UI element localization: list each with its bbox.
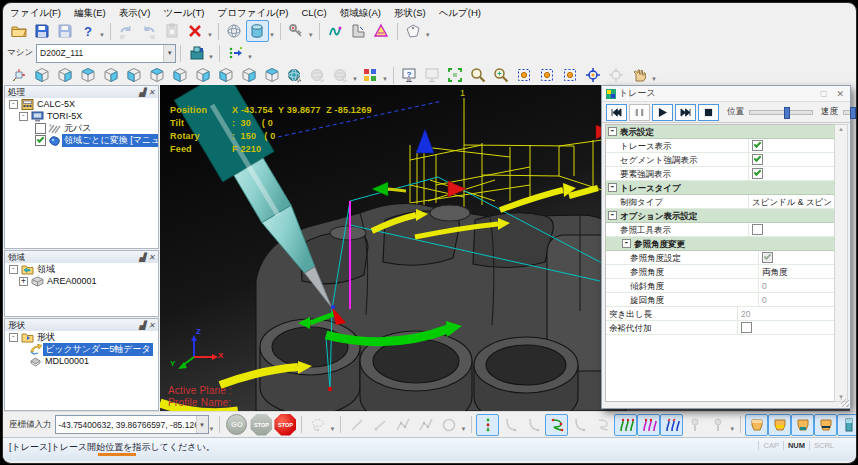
tool-dark-icon[interactable] (814, 414, 837, 436)
menu-help[interactable]: ヘルプ(H) (439, 7, 481, 20)
close-icon[interactable]: ✕ (148, 253, 155, 262)
machine-combo[interactable]: D200Z_111 ▼ (36, 44, 176, 63)
tool-cylinder-icon[interactable] (837, 414, 857, 436)
monitor-help-icon[interactable]: ? (398, 64, 421, 86)
wireframe-view-icon[interactable] (223, 20, 246, 42)
overflow-arrow-icon[interactable]: ▼ (729, 426, 735, 432)
render-palette-icon[interactable] (359, 64, 382, 86)
checkbox[interactable] (35, 123, 46, 134)
pin-icon[interactable]: ▟ (139, 321, 145, 330)
rotate-view-gray-icon[interactable] (306, 64, 329, 86)
spring-path-icon[interactable] (324, 20, 347, 42)
shaded-view-icon[interactable] (246, 20, 269, 42)
chevron-down-icon[interactable]: ▼ (196, 416, 208, 433)
expand-icon[interactable]: + (19, 277, 28, 286)
plunge-pin2-icon[interactable] (706, 414, 729, 436)
tool-flat-icon[interactable] (745, 414, 768, 436)
pause-button[interactable] (629, 104, 650, 121)
overflow-arrow-icon[interactable]: ▼ (425, 32, 431, 38)
tree-row-motopass[interactable]: S 元パス (5, 122, 158, 134)
wave-magenta-icon[interactable] (637, 414, 660, 436)
center-target-gray-icon[interactable] (605, 64, 628, 86)
monitor-icon[interactable] (421, 64, 444, 86)
path-transfer-icon[interactable] (224, 42, 247, 64)
overflow-arrow-icon[interactable]: ▼ (209, 426, 215, 432)
view-bottom-icon[interactable] (237, 64, 260, 86)
view-iso3-icon[interactable] (191, 64, 214, 86)
checkbox[interactable] (752, 140, 763, 151)
tree-row-mdl[interactable]: MDL00001 (5, 355, 158, 367)
checkbox[interactable] (762, 252, 773, 263)
menu-profile[interactable]: プロファイル(P) (217, 7, 288, 20)
chevron-down-icon[interactable]: ▼ (163, 45, 175, 62)
curve-icon[interactable] (499, 414, 522, 436)
view-left-icon[interactable] (53, 64, 76, 86)
rewind-button[interactable] (606, 104, 627, 121)
section-display-settings[interactable]: -表示設定 (606, 125, 834, 139)
collapse-icon[interactable]: - (19, 112, 28, 121)
overflow-arrow-icon[interactable]: ▼ (651, 76, 657, 82)
play-button[interactable] (652, 104, 673, 121)
point-line-icon[interactable] (368, 414, 391, 436)
tree-row-5axis-data[interactable]: ビックサンダー5軸データ (5, 343, 158, 355)
row-element-highlight[interactable]: 要素強調表示 (606, 167, 834, 181)
trace-dialog-titlebar[interactable]: トレース ▢ ✕ (602, 86, 850, 101)
go-button[interactable]: GO (226, 414, 247, 435)
overflow-arrow-icon[interactable]: ▼ (207, 32, 213, 38)
fast-forward-button[interactable] (675, 104, 696, 121)
open-folder-icon[interactable] (7, 20, 30, 42)
line-icon[interactable] (345, 414, 368, 436)
menu-file[interactable]: ファイル(F) (10, 7, 61, 20)
overflow-arrow-icon[interactable]: ▼ (382, 76, 388, 82)
close-icon[interactable]: ✕ (148, 88, 155, 97)
row-margin-add[interactable]: 余裕代付加 (606, 321, 834, 335)
view-iso2-icon[interactable] (168, 64, 191, 86)
view-shaded-cube-icon[interactable] (260, 64, 283, 86)
stop-button[interactable] (698, 104, 719, 121)
center-target-icon[interactable] (582, 64, 605, 86)
tree-row-region-root[interactable]: - 領域 (5, 263, 158, 275)
curve3-icon[interactable] (568, 414, 591, 436)
delete-icon[interactable] (184, 20, 207, 42)
help-icon[interactable]: ? (76, 20, 99, 42)
zoom-select-icon[interactable] (536, 64, 559, 86)
lasso-pick-icon[interactable] (306, 414, 329, 436)
wave-green-icon[interactable] (614, 414, 637, 436)
pan-hand-icon[interactable] (628, 64, 651, 86)
coord-input-combo[interactable]: -43.75400632, 39.86766597, -85.12692261 … (55, 415, 209, 434)
coil-gray-icon[interactable] (591, 414, 614, 436)
view-front-icon[interactable] (122, 64, 145, 86)
tree-row-henkan[interactable]: 領域ごとに変換 [マニュアル] (5, 134, 158, 146)
tree-row-area[interactable]: + AREA00001 (5, 275, 158, 287)
magnifier-icon[interactable] (467, 64, 490, 86)
menu-shape[interactable]: 形状(S) (394, 7, 426, 20)
path-coil-icon[interactable] (545, 414, 568, 436)
view-iso-icon[interactable] (30, 64, 53, 86)
checkbox[interactable] (752, 224, 763, 235)
zoom-window-icon[interactable] (513, 64, 536, 86)
view-top-icon[interactable] (76, 64, 99, 86)
paste-icon[interactable] (161, 20, 184, 42)
collapse-icon[interactable]: - (9, 265, 18, 274)
section-reference-angle[interactable]: -参照角度変更 (606, 237, 834, 251)
checkbox[interactable] (35, 135, 46, 146)
stop-red-button[interactable]: STOP (274, 414, 296, 436)
axis-cube-icon[interactable] (7, 64, 30, 86)
overflow-arrow-icon[interactable]: ▼ (329, 426, 335, 432)
tree-row-tori[interactable]: - TORI-5X (5, 110, 158, 122)
overflow-arrow-icon[interactable]: ▼ (460, 426, 466, 432)
checkbox[interactable] (752, 154, 763, 165)
key-icon[interactable] (285, 20, 308, 42)
plunge-pin-icon[interactable] (683, 414, 706, 436)
row-ref-angle[interactable]: 参照角度両角度 (606, 265, 834, 279)
polyline2-icon[interactable] (414, 414, 437, 436)
pin-icon[interactable]: ▟ (139, 253, 145, 262)
overflow-arrow-icon[interactable]: ▼ (247, 54, 253, 60)
row-stickout-length[interactable]: 突き出し長20 (606, 307, 834, 321)
machine-setup-icon[interactable] (185, 42, 208, 64)
save-icon[interactable] (30, 20, 53, 42)
rotate-pick-icon[interactable] (329, 64, 352, 86)
zoom-in-icon[interactable] (490, 64, 513, 86)
curve2-icon[interactable] (522, 414, 545, 436)
float-icon[interactable]: ▢ (820, 89, 828, 98)
